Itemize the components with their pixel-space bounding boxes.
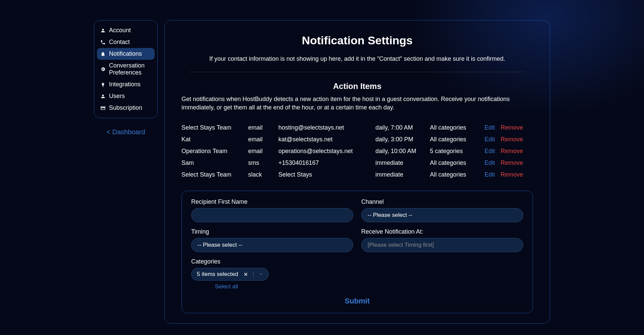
sidebar-item-label: Integrations	[109, 81, 141, 88]
cell-name: Operations Team	[181, 148, 248, 155]
receive-at-input[interactable]: [Please select Timing first]	[361, 238, 523, 252]
bell-icon	[100, 51, 106, 57]
clear-icon[interactable]: ✕	[241, 271, 250, 278]
chevron-down-icon[interactable]	[257, 271, 265, 278]
recipient-label: Recipient First Name	[191, 198, 353, 205]
action-items-table: Select Stays Team email hosting@selectst…	[181, 122, 533, 181]
sidebar-item-notifications[interactable]: Notifications	[97, 48, 155, 60]
table-row: Select Stays Team slack Select Stays imm…	[181, 169, 533, 181]
categories-value: 5 items selected	[197, 271, 238, 278]
recipient-first-name-input[interactable]	[191, 208, 353, 222]
sidebar-item-integrations[interactable]: Integrations	[97, 79, 155, 90]
sidebar-item-label: Notifications	[109, 50, 142, 57]
table-row: Sam sms +15304016167 immediate All categ…	[181, 157, 533, 169]
channel-select[interactable]: -- Please select --	[361, 208, 523, 222]
add-notification-form: Recipient First Name Channel -- Please s…	[181, 191, 533, 313]
cell-name: Select Stays Team	[181, 171, 248, 178]
remove-link[interactable]: Remove	[500, 136, 523, 143]
cell-actions: Edit Remove	[484, 124, 533, 131]
remove-link[interactable]: Remove	[500, 171, 523, 178]
edit-link[interactable]: Edit	[484, 159, 495, 166]
main-content: Notification Settings If your contact in…	[164, 20, 550, 324]
page-title: Notification Settings	[181, 34, 533, 47]
table-row: Kat email kat@selectstays.net daily, 3:0…	[181, 134, 533, 145]
cell-categories: All categories	[430, 124, 485, 131]
cell-timing: daily, 10:00 AM	[375, 148, 430, 155]
table-row: Select Stays Team email hosting@selectst…	[181, 122, 533, 134]
sidebar-item-label: Account	[109, 27, 131, 34]
edit-link[interactable]: Edit	[484, 171, 495, 178]
card-icon	[100, 105, 106, 111]
cell-timing: daily, 3:00 PM	[375, 136, 430, 143]
edit-link[interactable]: Edit	[484, 148, 495, 154]
sidebar-item-contact[interactable]: Contact	[97, 36, 155, 48]
cell-channel: email	[248, 136, 278, 143]
cell-channel: email	[248, 148, 278, 155]
cell-categories: All categories	[430, 136, 485, 143]
cell-actions: Edit Remove	[484, 148, 533, 155]
cell-destination: hosting@selectstays.net	[278, 124, 375, 131]
cell-destination: kat@selectstays.net	[278, 136, 375, 143]
user-icon	[100, 28, 106, 33]
categories-label: Categories	[191, 258, 523, 265]
edit-link[interactable]: Edit	[484, 124, 495, 131]
sidebar-item-account[interactable]: Account	[97, 25, 155, 36]
cell-destination: operations@selectstays.net	[278, 148, 375, 155]
cell-name: Select Stays Team	[181, 124, 248, 131]
divider	[190, 72, 525, 72]
sidebar-item-label: Contact	[109, 39, 130, 46]
cell-channel: slack	[248, 171, 278, 178]
sidebar-item-label: Conversation Preferences	[109, 62, 151, 76]
plug-icon	[100, 82, 106, 87]
table-row: Operations Team email operations@selects…	[181, 145, 533, 157]
cell-timing: daily, 7:00 AM	[375, 124, 430, 131]
cell-categories: 5 categories	[430, 148, 485, 155]
timing-label: Timing	[191, 228, 353, 235]
edit-link[interactable]: Edit	[484, 136, 495, 143]
remove-link[interactable]: Remove	[500, 148, 523, 154]
cell-name: Kat	[181, 136, 248, 143]
section-title: Action Items	[181, 82, 533, 91]
cell-timing: immediate	[375, 159, 430, 166]
page-subtitle: If your contact information is not showi…	[181, 55, 533, 62]
cell-channel: email	[248, 124, 278, 131]
gear-icon	[100, 66, 106, 72]
cell-categories: All categories	[430, 159, 485, 166]
cell-actions: Edit Remove	[484, 159, 533, 166]
channel-select-value: -- Please select --	[368, 212, 412, 218]
user-icon	[100, 94, 106, 99]
sidebar-item-label: Subscription	[109, 104, 142, 111]
remove-link[interactable]: Remove	[500, 124, 523, 131]
receive-at-label: Receive Notification At:	[361, 228, 523, 235]
remove-link[interactable]: Remove	[500, 159, 523, 166]
categories-multiselect[interactable]: 5 items selected ✕	[191, 268, 269, 281]
select-all-link[interactable]: Select all	[191, 283, 262, 290]
cell-categories: All categories	[430, 171, 485, 178]
sidebar-menu: Account Contact Notifications Conversati…	[94, 20, 158, 118]
receive-at-value: [Please select Timing first]	[368, 242, 434, 248]
sidebar-item-subscription[interactable]: Subscription	[97, 102, 155, 114]
submit-button[interactable]: Submit	[345, 297, 370, 305]
cell-name: Sam	[181, 159, 248, 166]
section-description: Get notifications when HostBuddy detects…	[181, 95, 533, 112]
cell-actions: Edit Remove	[484, 136, 533, 143]
timing-select-value: -- Please select --	[198, 242, 242, 248]
sidebar-item-label: Users	[109, 93, 125, 100]
cell-destination: Select Stays	[278, 171, 375, 178]
back-to-dashboard-link[interactable]: < Dashboard	[94, 128, 158, 136]
timing-select[interactable]: -- Please select --	[191, 238, 353, 252]
sidebar-item-conversation-preferences[interactable]: Conversation Preferences	[97, 60, 155, 79]
cell-timing: immediate	[375, 171, 430, 178]
phone-icon	[100, 40, 106, 45]
sidebar: Account Contact Notifications Conversati…	[94, 20, 158, 324]
cell-channel: sms	[248, 159, 278, 166]
cell-actions: Edit Remove	[484, 171, 533, 178]
divider	[253, 271, 254, 278]
channel-label: Channel	[361, 198, 523, 205]
cell-destination: +15304016167	[278, 159, 375, 166]
sidebar-item-users[interactable]: Users	[97, 90, 155, 102]
